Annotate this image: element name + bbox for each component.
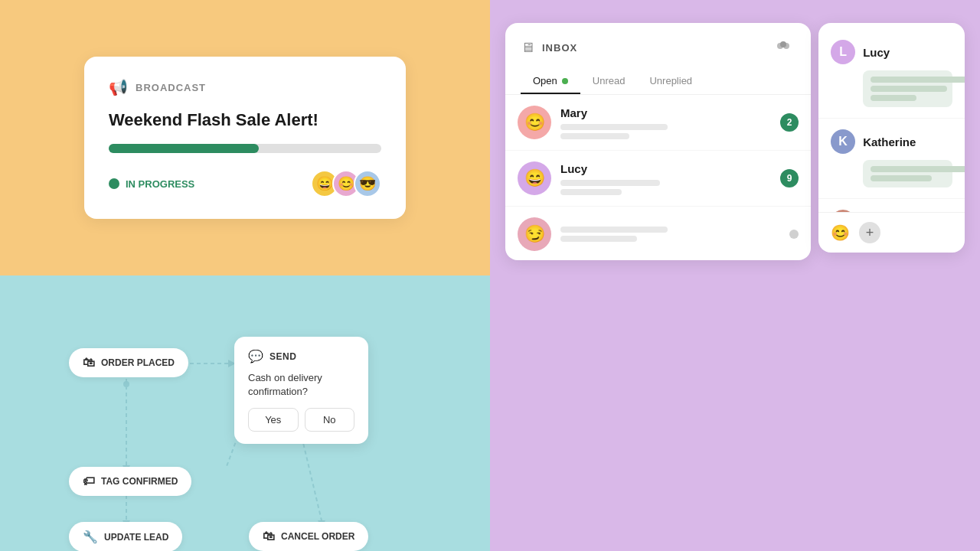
inbox-title-row: 🖥 INBOX: [521, 35, 795, 60]
inbox-info: Lucy: [560, 162, 771, 195]
conversation-panel: L Lucy K Katherine: [818, 23, 965, 253]
no-button[interactable]: No: [305, 408, 355, 432]
broadcast-header: 📢 BROADCAST: [109, 78, 381, 96]
preview-lines: [560, 180, 771, 195]
tag-confirmed-node[interactable]: 🏷 TAG CONFIRMED: [69, 467, 191, 496]
yes-button[interactable]: Yes: [248, 408, 299, 432]
message-line: [871, 95, 916, 101]
add-icon[interactable]: +: [859, 222, 880, 243]
dialog-title: SEND: [270, 351, 296, 362]
contact-name: Lucy: [560, 162, 771, 175]
inbox-list: 😊 Mary 2 😄 Lucy: [505, 95, 811, 260]
message-preview: [863, 70, 952, 107]
conversation-list: L Lucy K Katherine: [818, 23, 965, 212]
update-icon: 🔧: [83, 530, 98, 544]
avatar: 😊: [518, 106, 551, 139]
emoji-icon[interactable]: 😊: [831, 223, 850, 242]
whatsapp-icon: 💬: [248, 349, 263, 364]
broadcast-icon: 📢: [109, 78, 128, 96]
svg-point-6: [123, 381, 129, 387]
open-dot: [562, 78, 568, 84]
tab-unread[interactable]: Unread: [580, 69, 638, 94]
send-dialog: 💬 SEND Cash on delivery confirmation? Ye…: [234, 337, 368, 444]
shopify-icon: 🛍: [83, 356, 95, 370]
inbox-icon: 🖥: [521, 40, 534, 56]
dialog-buttons: Yes No: [248, 408, 354, 432]
svg-point-2: [780, 41, 786, 47]
list-item[interactable]: 😏: [505, 207, 811, 260]
inbox-quadrant: 🖥 INBOX Open: [490, 0, 980, 276]
convo-name: Katherine: [863, 135, 916, 148]
avatar-group: 😄 😊 😎: [311, 170, 381, 197]
avatar: 😏: [518, 217, 551, 251]
message-preview: [863, 160, 952, 187]
convo-name: Lucy: [863, 46, 890, 59]
avatar: 😄: [518, 161, 551, 195]
preview-line: [560, 133, 629, 139]
read-badge: [789, 230, 799, 239]
order-placed-node[interactable]: 🛍 ORDER PLACED: [69, 348, 188, 377]
message-line: [871, 86, 947, 92]
convo-header: K Katherine: [831, 129, 952, 154]
preview-line: [560, 124, 668, 130]
preview-line: [560, 189, 622, 195]
cancel-order-node[interactable]: 🛍 CANCEL ORDER: [249, 522, 368, 551]
broadcast-footer: IN PROGRESS 😄 😊 😎: [109, 170, 381, 197]
tab-open[interactable]: Open: [521, 69, 580, 94]
conversation-footer: 😊 +: [818, 212, 965, 253]
message-line: [871, 77, 965, 83]
broadcast-quadrant: 📢 BROADCAST Weekend Flash Sale Alert! IN…: [0, 0, 490, 276]
list-item[interactable]: 😄 Lucy 9: [505, 151, 811, 207]
conversation-item[interactable]: K Katherine: [818, 119, 965, 199]
inbox-tabs: Open Unread Unreplied: [521, 69, 795, 94]
cancel-shopify-icon: 🛍: [263, 530, 275, 543]
status-dot: [109, 178, 119, 189]
status-badge: IN PROGRESS: [109, 178, 194, 190]
bottom-right-quadrant: [490, 276, 980, 551]
conversation-item[interactable]: L Lucy: [818, 29, 965, 119]
preview-line: [560, 180, 660, 186]
contact-name: Mary: [560, 106, 771, 119]
convo-avatar: K: [831, 129, 855, 154]
groups-icon[interactable]: [771, 35, 795, 60]
avatar: 😎: [354, 170, 381, 197]
tab-unreplied[interactable]: Unreplied: [637, 69, 704, 94]
progress-bar-background: [109, 144, 381, 153]
broadcast-title: BROADCAST: [136, 82, 206, 93]
convo-avatar: L: [831, 40, 855, 64]
list-item[interactable]: 😊 Mary 2: [505, 95, 811, 151]
progress-bar-fill: [109, 144, 259, 153]
inbox-title: INBOX: [542, 42, 577, 54]
dialog-message: Cash on delivery confirmation?: [248, 371, 354, 399]
inbox-info: Mary: [560, 106, 771, 139]
message-line: [871, 175, 932, 181]
tag-icon: 🏷: [83, 474, 95, 488]
conversation-item[interactable]: G Grace: [818, 199, 965, 212]
message-line: [871, 166, 965, 172]
unread-badge: 9: [780, 169, 799, 187]
message-bubble: [863, 70, 952, 107]
message-bubble: [863, 160, 952, 187]
preview-line: [560, 227, 668, 233]
preview-lines: [560, 124, 771, 139]
preview-line: [560, 236, 637, 242]
convo-header: L Lucy: [831, 40, 952, 64]
inbox-panel: 🖥 INBOX Open: [505, 23, 811, 260]
workflow-canvas: 🛍 ORDER PLACED 💬 SEND Cash on delivery c…: [23, 298, 467, 528]
inbox-header: 🖥 INBOX Open: [505, 23, 811, 95]
inbox-info: [560, 227, 780, 242]
preview-lines: [560, 227, 780, 242]
unread-badge: 2: [780, 113, 799, 132]
broadcast-headline: Weekend Flash Sale Alert!: [109, 110, 381, 130]
update-lead-node[interactable]: 🔧 UPDATE LEAD: [69, 522, 182, 551]
workflow-quadrant: 🛍 ORDER PLACED 💬 SEND Cash on delivery c…: [0, 276, 490, 551]
dialog-header: 💬 SEND: [248, 349, 354, 364]
broadcast-card: 📢 BROADCAST Weekend Flash Sale Alert! IN…: [84, 57, 406, 219]
